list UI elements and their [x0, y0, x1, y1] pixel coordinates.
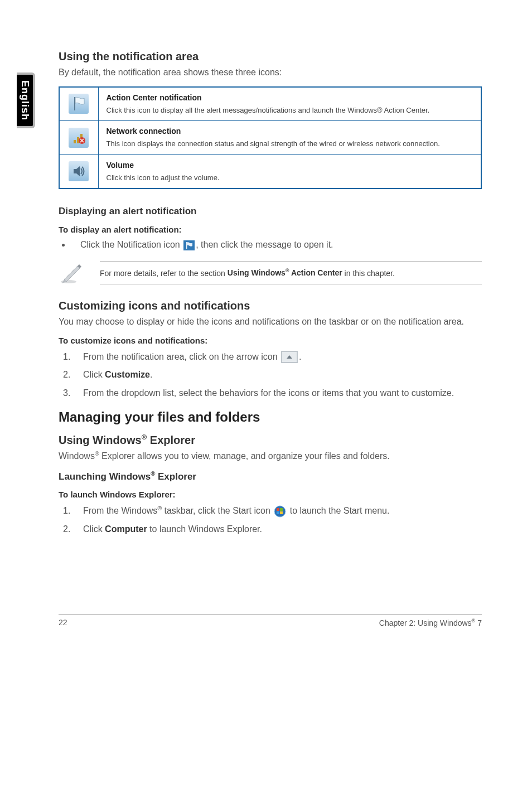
- svg-rect-0: [69, 94, 89, 114]
- ordered-list: From the Windows® taskbar, click the Sta…: [59, 505, 482, 535]
- text-fragment: .: [299, 352, 301, 361]
- chapter-label: Chapter 2: Using Windows® 7: [379, 618, 482, 627]
- bold-text: Computer: [105, 524, 147, 534]
- list-item: From the Windows® taskbar, click the Sta…: [75, 505, 482, 518]
- note-block: For more details, refer to the section U…: [59, 260, 482, 285]
- page-number: 22: [59, 618, 67, 627]
- ordered-list: From the notification area, click on the…: [59, 351, 482, 400]
- flag-icon: [69, 94, 89, 114]
- svg-rect-15: [277, 508, 279, 511]
- action-center-desc-cell: Action Center notification Click this ic…: [98, 87, 481, 121]
- arrow-icon: [281, 351, 298, 363]
- svg-rect-9: [186, 242, 187, 249]
- flag-icon: [183, 240, 195, 250]
- bullet-text: Click the Notification icon , then click…: [80, 240, 333, 250]
- text-fragment: Click: [83, 524, 105, 534]
- pencil-icon: [59, 260, 83, 285]
- cell-desc: Click this icon to display all the alert…: [107, 105, 473, 115]
- bold-subheading: To display an alert notification:: [59, 225, 482, 234]
- subheading-displaying-alert: Displaying an alert notification: [59, 206, 482, 217]
- network-desc-cell: Network connection This icon displays th…: [98, 121, 481, 155]
- notification-icons-table: Action Center notification Click this ic…: [59, 86, 482, 190]
- text-fragment: , then click the message to open it.: [196, 240, 333, 249]
- bold-subheading: To launch Windows Explorer:: [59, 490, 482, 499]
- page-content: Using the notification area By default, …: [0, 0, 532, 644]
- list-item: Click Computer to launch Windows Explore…: [75, 523, 482, 535]
- cell-title: Network connection: [107, 127, 473, 136]
- svg-rect-16: [280, 508, 283, 511]
- table-row: Action Center notification Click this ic…: [59, 87, 481, 121]
- svg-rect-3: [74, 140, 76, 143]
- note-text: For more details, refer to the section U…: [100, 261, 482, 285]
- heading-managing-files: Managing your files and folders: [59, 409, 482, 425]
- list-item: Click Customize.: [75, 369, 482, 381]
- list-item: From the dropdown list, select the behav…: [75, 387, 482, 399]
- bullet-item: Click the Notification icon , then click…: [59, 240, 482, 250]
- cell-desc: Click this icon to adjust the volume.: [107, 173, 473, 183]
- note-bold: Using Windows® Action Center: [228, 268, 342, 277]
- speaker-icon: [69, 161, 89, 181]
- volume-desc-cell: Volume Click this icon to adjust the vol…: [98, 154, 481, 189]
- text-fragment: Click: [83, 370, 105, 379]
- svg-rect-17: [277, 511, 279, 514]
- text-fragment: From the notification area, click on the…: [83, 352, 280, 361]
- cell-title: Action Center notification: [107, 93, 473, 102]
- volume-icon-cell: [59, 154, 98, 189]
- list-item: From the notification area, click on the…: [75, 351, 482, 364]
- svg-rect-18: [280, 511, 283, 514]
- text-fragment: .: [150, 370, 152, 379]
- svg-rect-1: [74, 97, 75, 110]
- table-row: Volume Click this icon to adjust the vol…: [59, 154, 481, 189]
- start-orb-icon: [274, 505, 286, 518]
- network-icon-cell: [59, 121, 98, 155]
- table-row: Network connection This icon displays th…: [59, 121, 481, 155]
- page-footer: 22 Chapter 2: Using Windows® 7: [59, 614, 482, 627]
- text-fragment: For more details, refer to the section: [100, 268, 228, 277]
- text-fragment: to launch Windows Explorer.: [147, 524, 262, 534]
- text-fragment: in this chapter.: [342, 268, 395, 277]
- section-heading-customizing: Customizing icons and notifications: [59, 299, 482, 312]
- bold-subheading: To customize icons and notifications:: [59, 336, 482, 345]
- text-fragment: to launch the Start menu.: [287, 506, 389, 516]
- section-heading-notification-area: Using the notification area: [59, 50, 482, 63]
- cell-title: Volume: [107, 161, 473, 170]
- bullet-dot-icon: [62, 244, 65, 247]
- cell-desc: This icon displays the connection status…: [107, 139, 473, 149]
- intro-paragraph: By default, the notification area shows …: [59, 66, 482, 79]
- subheading-using-explorer: Using Windows® Explorer: [59, 433, 482, 447]
- intro-paragraph: You may choose to display or hide the ic…: [59, 316, 482, 328]
- bold-text: Customize: [105, 370, 150, 379]
- text-fragment: Click the Notification icon: [80, 240, 182, 249]
- subheading-launching-explorer: Launching Windows® Explorer: [59, 470, 482, 482]
- network-icon: [69, 128, 89, 148]
- action-center-icon-cell: [59, 87, 98, 121]
- intro-paragraph: Windows® Explorer allows you to view, ma…: [59, 450, 482, 462]
